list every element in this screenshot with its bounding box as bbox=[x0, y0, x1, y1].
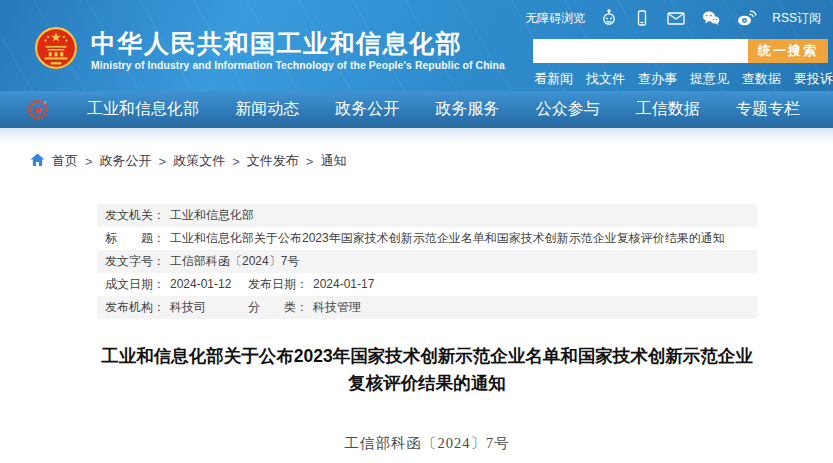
meta-row-title: 标 题： 工业和信息化部关于公布2023年国家技术创新示范企业名单和国家技术创新… bbox=[97, 227, 757, 250]
article-title: 工业和信息化部关于公布2023年国家技术创新示范企业名单和国家技术创新示范企业 … bbox=[97, 343, 757, 397]
nav-item-gov-service[interactable]: 政务服务 bbox=[435, 99, 499, 120]
article-title-line2: 复核评价结果的通知 bbox=[97, 370, 757, 397]
meta-value: 科技管理 bbox=[313, 296, 361, 319]
robot-icon[interactable] bbox=[600, 9, 618, 27]
header-bottom-strip bbox=[0, 128, 833, 144]
meta-value: 工业和信息化部关于公布2023年国家技术创新示范企业名单和国家技术创新示范企业复… bbox=[170, 227, 725, 250]
meta-row-issuing-agency: 发文机关： 工业和信息化部 bbox=[97, 204, 757, 227]
miit-e-logo-icon[interactable]: e bbox=[27, 98, 50, 125]
meta-label: 发文机关： bbox=[105, 204, 165, 227]
meta-label: 发文字号： bbox=[105, 250, 165, 273]
meta-value: 2024-01-17 bbox=[313, 273, 374, 296]
meta-label: 发布日期： bbox=[248, 273, 308, 296]
nav-items: 工业和信息化部 新闻动态 政务公开 政务服务 公众参与 工信数据 专题专栏 bbox=[87, 91, 800, 128]
breadcrumb-home[interactable]: 首页 bbox=[52, 152, 78, 170]
quick-link-suggest[interactable]: 提意见 bbox=[690, 70, 729, 88]
meta-row-publisher-category: 发布机构： 科技司 分 类： 科技管理 bbox=[97, 296, 757, 319]
brand-text: 中华人民共和国工业和信息化部 Ministry of Industry and … bbox=[91, 29, 505, 71]
meta-row-dates: 成文日期： 2024-01-12 发布日期： 2024-01-17 bbox=[97, 273, 757, 296]
article-doc-number: 工信部科函〔2024〕7号 bbox=[97, 434, 757, 453]
meta-label: 标 题： bbox=[105, 227, 165, 250]
search-input[interactable] bbox=[533, 39, 748, 63]
meta-label: 分 类： bbox=[248, 296, 308, 319]
site-title: 中华人民共和国工业和信息化部 bbox=[91, 29, 505, 57]
mobile-icon[interactable] bbox=[633, 9, 651, 27]
national-emblem-icon bbox=[33, 25, 79, 75]
breadcrumb-separator: > bbox=[306, 154, 314, 169]
nav-item-gov-open[interactable]: 政务公开 bbox=[335, 99, 399, 120]
document-meta-table: 发文机关： 工业和信息化部 标 题： 工业和信息化部关于公布2023年国家技术创… bbox=[97, 204, 757, 319]
weibo-icon[interactable] bbox=[736, 9, 757, 27]
nav-item-data[interactable]: 工信数据 bbox=[636, 99, 700, 120]
meta-label: 发布机构： bbox=[105, 296, 165, 319]
meta-label: 成文日期： bbox=[105, 273, 165, 296]
nav-item-news[interactable]: 新闻动态 bbox=[235, 99, 299, 120]
meta-value: 工业和信息化部 bbox=[170, 204, 254, 227]
rss-link[interactable]: RSS订阅 bbox=[772, 10, 821, 27]
page: 无障碍浏览 bbox=[0, 0, 833, 463]
breadcrumb-file-release[interactable]: 文件发布 bbox=[247, 152, 299, 170]
main-nav: e 工业和信息化部 新闻动态 政务公开 政务服务 公众参与 工信数据 专题专栏 bbox=[0, 91, 833, 128]
quick-link-news[interactable]: 看新闻 bbox=[534, 70, 573, 88]
nav-item-topics[interactable]: 专题专栏 bbox=[736, 99, 800, 120]
site-brand[interactable]: 中华人民共和国工业和信息化部 Ministry of Industry and … bbox=[33, 25, 505, 75]
meta-value: 工信部科函〔2024〕7号 bbox=[170, 250, 299, 273]
nav-item-ministry[interactable]: 工业和信息化部 bbox=[87, 99, 199, 120]
search-button[interactable]: 统一搜索 bbox=[748, 39, 828, 63]
site-subtitle: Ministry of Industry and Information Tec… bbox=[91, 60, 505, 71]
breadcrumb-gov-open[interactable]: 政务公开 bbox=[100, 152, 152, 170]
home-icon[interactable] bbox=[30, 153, 45, 170]
search-bar: 统一搜索 bbox=[533, 39, 828, 63]
accessibility-link[interactable]: 无障碍浏览 bbox=[525, 10, 585, 27]
nav-item-participation[interactable]: 公众参与 bbox=[536, 99, 600, 120]
breadcrumb-separator: > bbox=[85, 154, 93, 169]
mail-icon[interactable] bbox=[666, 9, 686, 27]
meta-value: 科技司 bbox=[170, 296, 206, 319]
breadcrumb-policy-files[interactable]: 政策文件 bbox=[173, 152, 225, 170]
wechat-icon[interactable] bbox=[701, 9, 721, 27]
breadcrumb: 首页 > 政务公开 > 政策文件 > 文件发布 > 通知 bbox=[30, 152, 833, 170]
quick-link-data[interactable]: 查数据 bbox=[742, 70, 781, 88]
svg-text:e: e bbox=[35, 103, 42, 117]
breadcrumb-separator: > bbox=[159, 154, 167, 169]
meta-row-doc-number: 发文字号： 工信部科函〔2024〕7号 bbox=[97, 250, 757, 273]
meta-value: 2024-01-12 bbox=[170, 273, 231, 296]
utility-bar: 无障碍浏览 bbox=[525, 9, 821, 27]
article-title-line1: 工业和信息化部关于公布2023年国家技术创新示范企业名单和国家技术创新示范企业 bbox=[97, 343, 757, 370]
quick-links: 看新闻 找文件 查办事 提意见 查数据 要投诉 bbox=[534, 70, 833, 88]
breadcrumb-notice[interactable]: 通知 bbox=[320, 152, 346, 170]
quick-link-complaint[interactable]: 要投诉 bbox=[794, 70, 833, 88]
site-header: 无障碍浏览 bbox=[0, 0, 833, 128]
quick-link-files[interactable]: 找文件 bbox=[586, 70, 625, 88]
quick-link-services[interactable]: 查办事 bbox=[638, 70, 677, 88]
breadcrumb-separator: > bbox=[232, 154, 240, 169]
